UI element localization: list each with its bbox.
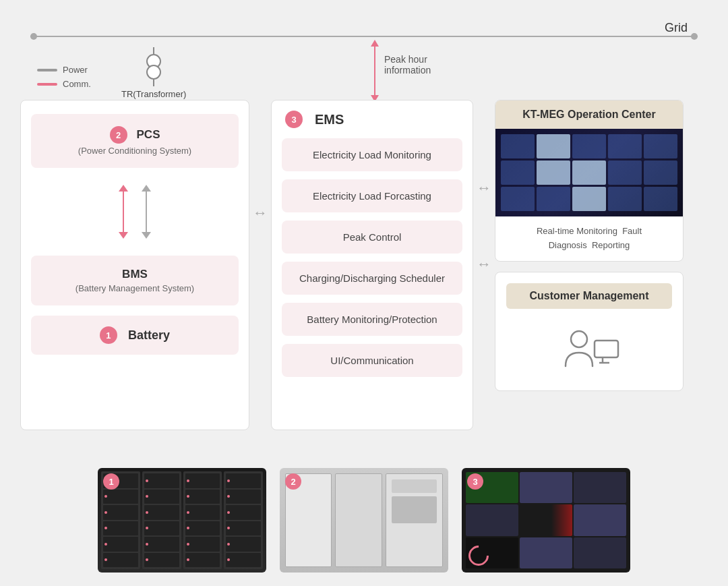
left-middle-arrow: ↔ [249,100,271,222]
bottom-images: 1 [88,468,640,573]
kt-meg-image [495,129,683,216]
rack-unit [144,553,179,568]
rack-unit [185,473,220,488]
rack-col-4 [224,471,263,569]
bms-box: BMS (Battery Management System) [31,256,239,305]
sim-s11 [501,187,535,211]
ems-items: Electricity Load Monitoring Electricity … [282,138,462,377]
ems-panel [574,504,626,535]
customer-header: Customer Management [506,283,672,309]
ems-item-4: Battery Monitoring/Protection [282,303,462,336]
peak-arrow-vertical-icon: Peak hour information [374,44,375,98]
rack-col-3 [183,471,222,569]
kt-meg-box: KT-MEG Operation Center [495,100,684,262]
right-box: KT-MEG Operation Center [495,100,684,391]
battery-badge: 1 [100,326,117,344]
rack-unit [226,505,261,520]
middle-right-arrow-bottom-icon: ↔ [477,256,491,273]
customer-box: Customer Management [495,272,684,391]
pcs-cabinet-image: 2 [280,468,448,573]
battery-rack-sim [98,468,266,573]
arrow-up-pink-icon [119,185,128,192]
sim-s4 [608,134,642,158]
bms-title: BMS [43,268,226,281]
rack-unit [185,490,220,504]
sim-s2 [537,134,570,158]
customer-management-icon [555,326,623,373]
kt-meg-footer: Real-time Monitoring Fault Diagnosis Rep… [495,216,683,261]
ems-panel [520,504,572,535]
ems-panel [466,504,518,535]
bms-subtitle: (Battery Management System) [43,283,226,293]
sim-s3 [572,134,606,158]
sim-s5 [644,134,677,158]
ems-item-3: Charging/Discharging Scheduler [282,262,462,295]
rack-unit [226,521,261,536]
rack-unit [144,473,179,488]
rack-unit [185,553,220,568]
arrow-down-gray-icon [142,232,151,239]
cabinet-unit-2 [335,473,382,567]
rack-unit [226,553,261,568]
sim-s14 [608,187,642,211]
ems-row-1 [466,472,626,503]
ems-panel [520,472,572,503]
ems-title: EMS [315,112,344,127]
ems-item-0: Electricity Load Monitoring [282,138,462,171]
ems-panel [574,472,626,503]
rack-col-2 [142,471,181,569]
grid-label: Grid [665,21,688,35]
ems-panel [466,537,518,568]
comm-label: Comm. [63,79,91,89]
rack-unit [144,490,179,504]
rack-unit [103,490,138,504]
rack-unit [144,505,179,520]
rack-unit [103,505,138,520]
ems-badge: 3 [285,111,303,128]
rack-unit [226,473,261,488]
rack-unit [226,537,261,552]
sim-s6 [501,160,535,185]
pcs-bms-arrows [31,178,239,245]
kt-meg-header: KT-MEG Operation Center [495,100,683,129]
pcs-box: 2 PCS (Power Conditioning System) [31,114,239,168]
rack-unit [226,490,261,504]
left-box: 2 PCS (Power Conditioning System) [20,100,249,430]
peak-hour-label: Peak hour information [384,54,431,76]
customer-icon [506,319,672,380]
ems-row-2 [466,504,626,535]
transformer-circle-bottom [146,65,161,80]
battery-box: 1 Battery [31,316,239,355]
kt-meg-footer-text: Real-time Monitoring Fault Diagnosis Rep… [537,226,642,250]
middle-right-arrow-top-icon: ↔ [477,179,491,197]
ems-box: 3 EMS Electricity Load Monitoring Electr… [271,100,473,430]
battery-rack-image: 1 [98,468,266,573]
transformer-line-top [153,47,154,54]
power-label: Power [63,65,88,75]
battery-title: Battery [128,328,170,343]
ems-item-5: UI/Communication [282,344,462,377]
sim-s10 [644,160,677,185]
page: Grid Power Comm. TR(Transformer) Peak ho… [0,0,728,586]
sim-s9 [608,160,642,185]
rack-unit [185,521,220,536]
ems-row-3 [466,537,626,568]
pcs-subtitle: (Power Conditioning System) [43,146,226,156]
arrow-shaft-pink [123,192,124,232]
legend-comm: Comm. [37,79,91,89]
power-line-icon [37,69,57,71]
pcs-title: PCS [137,128,160,142]
rack-unit [103,537,138,552]
ems-panel [574,537,626,568]
ems-screen-sim [462,468,630,573]
ems-item-2: Peak Control [282,221,462,254]
sim-s1 [501,134,535,158]
sim-s12 [537,187,570,211]
grid-line: Grid [30,36,698,37]
rack-unit [185,505,220,520]
legend-power: Power [37,65,91,75]
ems-item-1: Electricity Load Forcasting [282,179,462,212]
svg-point-0 [571,331,587,347]
svg-rect-1 [595,341,618,357]
ems-screen-badge: 3 [467,473,483,490]
